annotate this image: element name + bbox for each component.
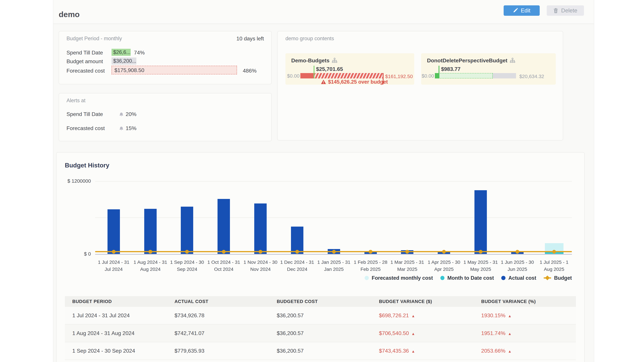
mini-bar-spend-segment <box>300 73 314 78</box>
table-cell: 1 Aug 2024 - 31 Aug 2024 <box>65 330 167 336</box>
table-header-cell: ACTUAL COST <box>167 299 269 304</box>
budget-line-marker[interactable] <box>148 250 152 254</box>
mini-bar-max-label: $161,192.50 <box>385 73 413 79</box>
edit-button-label: Edit <box>521 7 530 14</box>
table-cell: 1 Jul 2024 - 31 Jul 2024 <box>65 312 167 319</box>
budget-line-marker[interactable] <box>222 250 226 254</box>
budget-amount-label: Budget amount <box>66 58 103 64</box>
budget-legend-line <box>544 277 551 279</box>
budget-line-marker[interactable] <box>295 250 299 254</box>
forecasted-cost-percent: 486% <box>243 68 256 74</box>
table-row: 1 Sep 2024 - 30 Sep 2024$779,635.93$36,2… <box>65 342 576 360</box>
table-cell: $734,926.78 <box>167 312 269 319</box>
edit-button[interactable]: Edit <box>504 5 540 16</box>
table-row: 1 Jul 2024 - 31 Jul 2024$734,926.78$36,2… <box>65 307 576 325</box>
table-header-cell: BUDGET PERIOD <box>65 299 167 304</box>
budget-line-marker[interactable] <box>516 250 519 254</box>
actual-cost-bar[interactable] <box>254 203 267 254</box>
budget-line-marker[interactable] <box>258 250 262 254</box>
variance-cell: $698,726.21▲ <box>372 312 474 319</box>
actual-cost-bar[interactable] <box>474 190 487 254</box>
variance-up-icon: ▲ <box>508 314 512 318</box>
alerts-header: Alerts at <box>66 97 85 104</box>
budget-line-marker[interactable] <box>552 250 556 254</box>
alert-spend-percent: 20% <box>126 111 136 117</box>
hierarchy-icon <box>332 58 337 63</box>
y-axis-tick: $ 1200000 <box>62 178 91 184</box>
child-budget-name: DonotDeletePerspectiveBudget <box>427 57 508 64</box>
budget-line-marker[interactable] <box>442 250 446 254</box>
variance-cell: 1951.74%▲ <box>474 330 576 336</box>
bell-icon <box>119 125 124 133</box>
table-cell: 1 Sep 2024 - 30 Sep 2024 <box>65 348 167 354</box>
pencil-icon <box>513 8 518 13</box>
variance-cell: 1930.15%▲ <box>474 312 576 319</box>
table-cell: $779,635.93 <box>167 348 269 354</box>
budget-history-table: BUDGET PERIODACTUAL COSTBUDGETED COSTBUD… <box>65 296 576 360</box>
mini-bar-forecast-segment <box>435 73 493 78</box>
days-left-label: 10 days left <box>236 35 264 42</box>
variance-up-icon: ▲ <box>412 314 415 318</box>
actual-cost-bar[interactable] <box>144 209 157 254</box>
alert-forecast-percent: 15% <box>126 125 136 131</box>
mini-bar-spend-segment <box>435 73 438 78</box>
child-budget-tile-demo-budgets[interactable]: Demo-Budgets $0.00 $25,701.65 $161, <box>286 53 414 85</box>
budget-line-marker[interactable] <box>112 250 116 254</box>
page-header: demo Edit Delete <box>53 0 594 24</box>
actual-cost-bar[interactable] <box>218 199 230 254</box>
spend-till-date-percent: 74% <box>134 50 145 56</box>
variance-up-icon: ▲ <box>412 349 415 354</box>
mini-bar-min-label: $0.00 <box>287 73 300 79</box>
delete-button[interactable]: Delete <box>547 5 584 16</box>
delete-button-label: Delete <box>561 7 577 14</box>
budget-period-card: Budget Period - monthly 10 days left Spe… <box>59 31 272 84</box>
budget-history-card: Budget History $ 1200000$ 01 Jul 2024 - … <box>56 152 585 362</box>
variance-cell: $706,540.50▲ <box>372 330 474 336</box>
child-budget-name: Demo-Budgets <box>291 57 330 64</box>
spend-till-date-chip: $26,6... <box>112 49 131 56</box>
group-contents-card: demo group contents Demo-Budgets $0.00 <box>277 31 563 140</box>
mtd-legend-dot <box>440 276 444 280</box>
mini-bar-marker-value: $25,701.65 <box>316 66 343 72</box>
table-header-cell: BUDGET VARIANCE (%) <box>474 299 576 304</box>
forecasted-cost-chip: $175,908.50 <box>112 66 237 74</box>
table-cell: $36,200.57 <box>269 312 372 319</box>
table-body: 1 Jul 2024 - 31 Jul 2024$734,926.78$36,2… <box>65 307 576 360</box>
alert-spend-label: Spend Till Date <box>66 111 103 117</box>
budget-period-header: Budget Period - monthly <box>66 35 122 41</box>
table-cell: $36,200.57 <box>269 348 372 354</box>
table-row: 1 Aug 2024 - 31 Aug 2024$742,741.07$36,2… <box>65 325 576 342</box>
variance-up-icon: ▲ <box>508 332 512 336</box>
mini-bar-forecast-segment <box>314 73 383 78</box>
over-budget-label: $145,626.25 over budget <box>328 79 388 85</box>
actual-legend-dot <box>501 276 506 280</box>
actual-cost-bar[interactable] <box>108 209 120 254</box>
y-axis-tick: $ 0 <box>62 251 91 257</box>
budget-amount-chip: $36,200.... <box>112 57 136 64</box>
x-axis-line <box>95 254 572 255</box>
gridline <box>95 181 572 182</box>
group-contents-header: demo group contents <box>286 35 334 41</box>
child-budget-tile-donotdelete[interactable]: DonotDeletePerspectiveBudget $0.00 $983.… <box>421 53 556 85</box>
chart-legend: Forecasted monthly cost Month to Date co… <box>364 275 572 281</box>
actual-cost-bar[interactable] <box>181 207 193 254</box>
table-cell: $742,741.07 <box>167 330 269 336</box>
mini-bar-min-label: $0.00 <box>422 73 433 79</box>
mini-bar-marker-value: $983.77 <box>441 66 460 72</box>
budget-line-marker[interactable] <box>479 250 482 254</box>
alert-forecast-label: Forecasted cost <box>66 125 105 131</box>
budget-history-chart: $ 1200000$ 01 Jul 2024 - 31Jul 20241 Aug… <box>56 152 584 293</box>
legend-item-actual: Actual cost <box>501 275 536 281</box>
budget-line-marker[interactable] <box>368 250 372 254</box>
budget-line-marker[interactable] <box>332 250 336 254</box>
forecasted-cost-label: Forecasted cost <box>66 68 105 74</box>
variance-up-icon: ▲ <box>412 332 415 336</box>
table-header-cell: BUDGETED COST <box>269 299 372 304</box>
legend-item-budget: Budget <box>544 275 572 281</box>
spend-till-date-label: Spend Till Date <box>66 50 103 56</box>
x-axis-tick: 1 Jul 2025 - 1Aug 2025 <box>532 259 576 273</box>
mini-bar-max-label: $20,634.32 <box>519 73 544 79</box>
gridline <box>95 218 572 218</box>
budget-detail-page: demo Edit Delete Budget Period - monthly… <box>0 0 644 362</box>
table-header-cell: BUDGET VARIANCE ($) <box>372 299 474 304</box>
